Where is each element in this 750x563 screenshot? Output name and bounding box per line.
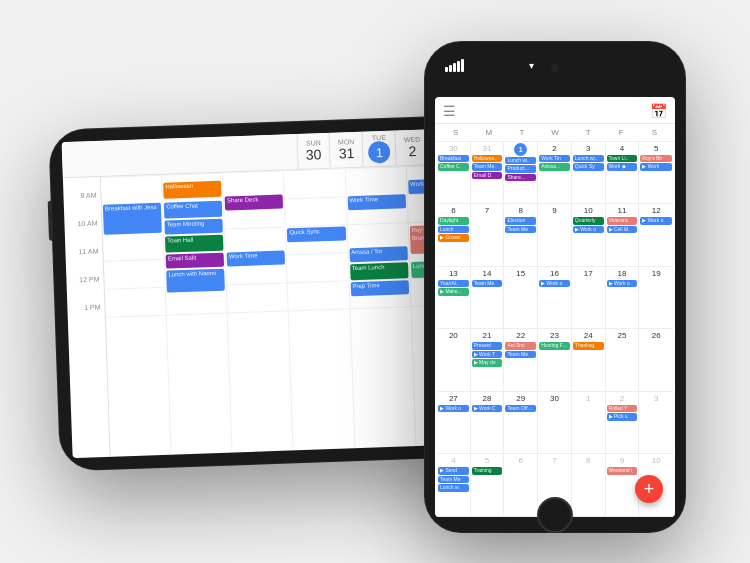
month-event[interactable]: Coffee C. [438, 163, 469, 171]
month-event[interactable]: Lunch [438, 226, 469, 234]
month-day-cell[interactable]: 7 [471, 204, 505, 266]
month-day-cell[interactable]: 14Team Me [471, 267, 505, 329]
month-day-cell[interactable]: 9 [538, 204, 572, 266]
month-event[interactable]: Training [472, 467, 503, 475]
month-event[interactable]: ▶ Work o [438, 405, 469, 413]
month-event[interactable]: ▶ Work C [472, 405, 503, 413]
month-event[interactable]: Veterans [607, 217, 638, 225]
month-event[interactable]: Hallowee.. [472, 155, 503, 163]
week-event[interactable]: Team Lunch [350, 262, 409, 280]
week-event[interactable]: Coffee Chat [164, 200, 223, 218]
month-event[interactable]: Lunch wi.. [573, 155, 604, 163]
week-event[interactable]: Anissa / Tor [349, 246, 408, 262]
month-day-cell[interactable]: 5Roy's Bir▶ Work [639, 142, 673, 204]
month-event[interactable]: Daylight [438, 217, 469, 225]
month-event[interactable]: ▶ Send [438, 467, 469, 475]
month-event[interactable]: ▶ Pick u [607, 413, 638, 421]
month-day-cell[interactable]: 19 [639, 267, 673, 329]
month-day-cell[interactable]: 10Quarterly▶ Work o [572, 204, 606, 266]
month-event[interactable]: ▶ Make... [438, 288, 469, 296]
week-event[interactable]: Quick Sync [287, 226, 346, 242]
month-event[interactable]: Anissa... [539, 163, 570, 171]
month-day-cell[interactable]: 16▶ Work o [538, 267, 572, 329]
month-event[interactable]: Hunting Family for Thanksgiving [539, 342, 570, 350]
month-event[interactable]: Team Me [438, 476, 469, 484]
month-event[interactable]: Lunch wi.. [505, 157, 536, 165]
month-event[interactable]: Election [505, 217, 536, 225]
month-event[interactable]: Team Me [505, 226, 536, 234]
week-event[interactable]: Email Salit [166, 252, 225, 268]
menu-icon[interactable]: ☰ [443, 103, 456, 119]
month-day-cell[interactable]: 1Lunch wi..Product...Share... [504, 142, 538, 204]
month-day-cell[interactable]: 20 [437, 329, 471, 391]
month-day-cell[interactable]: 28▶ Work C [471, 392, 505, 454]
week-event[interactable]: Halloween [163, 180, 222, 198]
month-day-cell[interactable]: 30 [538, 392, 572, 454]
month-day-cell[interactable]: 4▶ SendTeam MeLunch w. [437, 454, 471, 516]
month-day-cell[interactable]: 4Town Li..Work ◆ [606, 142, 640, 204]
month-day-cell[interactable]: 12▶ Work o [639, 204, 673, 266]
month-day-cell[interactable]: 13Year/Al..▶ Make... [437, 267, 471, 329]
month-day-cell[interactable]: 18▶ Work o [606, 267, 640, 329]
month-event[interactable]: Weekend i [607, 467, 638, 475]
month-event[interactable]: Email D. [472, 172, 503, 180]
month-day-cell[interactable]: 25 [606, 329, 640, 391]
month-event[interactable]: Rolled Y [607, 405, 638, 413]
month-event[interactable]: ▶ Work o [539, 280, 570, 288]
week-event[interactable]: Work Time [227, 250, 286, 266]
month-day-cell[interactable]: 26 [639, 329, 673, 391]
week-event[interactable]: Work Time [347, 194, 406, 210]
month-event[interactable]: Present [472, 342, 503, 350]
week-event[interactable]: Share Deck [225, 194, 284, 210]
month-event[interactable]: Team Me. [472, 163, 503, 171]
home-button[interactable] [537, 497, 573, 533]
month-day-cell[interactable]: 22Ani SmiTeam Me [504, 329, 538, 391]
month-event[interactable]: ▶ Work o [573, 226, 604, 234]
month-day-cell[interactable]: 8 [572, 454, 606, 516]
month-event[interactable]: ▶ Grover [438, 234, 469, 242]
month-day-cell[interactable]: 17 [572, 267, 606, 329]
month-day-cell[interactable]: 23Hunting Family for Thanksgiving [538, 329, 572, 391]
month-day-cell[interactable]: 27▶ Work o [437, 392, 471, 454]
month-day-cell[interactable]: 11Veterans▶ Cell M. [606, 204, 640, 266]
month-day-cell[interactable]: 1 [572, 392, 606, 454]
month-day-cell[interactable]: 24Thanksg. [572, 329, 606, 391]
month-event[interactable]: Work Tin [539, 155, 570, 163]
month-event[interactable]: Team Me [472, 280, 503, 288]
week-event[interactable]: Lunch with Naomi [166, 268, 225, 292]
month-day-cell[interactable]: 30BreakfastCoffee C. [437, 142, 471, 204]
month-event[interactable]: Breakfast [438, 155, 469, 163]
month-event[interactable]: Thanksg. [573, 342, 604, 350]
month-event[interactable]: ▶ Work o [607, 280, 638, 288]
week-event[interactable]: Prep Time [350, 280, 409, 296]
month-day-cell[interactable]: 6DaylightLunch▶ Grover [437, 204, 471, 266]
month-event[interactable]: Roy's Bir [640, 155, 672, 163]
month-day-cell[interactable]: 9Weekend i [606, 454, 640, 516]
month-day-cell[interactable]: 2Rolled Y▶ Pick u [606, 392, 640, 454]
week-event[interactable]: Breakfast with Jess [103, 202, 162, 234]
month-day-cell[interactable]: 8ElectionTeam Me [504, 204, 538, 266]
month-day-cell[interactable]: 3Lunch wi..Quick Sy [572, 142, 606, 204]
month-event[interactable]: Product... [505, 165, 536, 173]
month-day-cell[interactable]: 21Present▶ Work T▶ May do [471, 329, 505, 391]
month-event[interactable]: ▶ Work [640, 163, 672, 171]
month-event[interactable]: Lunch w. [438, 484, 469, 492]
month-event[interactable]: ▶ May do [472, 359, 503, 367]
week-event[interactable]: Town Hall [165, 234, 224, 252]
month-event[interactable]: Share... [505, 174, 536, 182]
month-event[interactable]: Team Offsite [505, 405, 536, 413]
month-day-cell[interactable]: 15 [504, 267, 538, 329]
week-event[interactable]: Team Meeting [165, 218, 224, 234]
month-day-cell[interactable]: 3 [639, 392, 673, 454]
month-event[interactable]: Team Me [505, 351, 536, 359]
month-event[interactable]: ▶ Work T [472, 351, 503, 359]
calendar-icon[interactable]: 📅 [650, 103, 667, 119]
month-event[interactable]: ▶ Work o [640, 217, 672, 225]
month-event[interactable]: Work ◆ [607, 163, 638, 171]
month-day-cell[interactable]: 6 [504, 454, 538, 516]
month-day-cell[interactable]: 5Training [471, 454, 505, 516]
month-day-cell[interactable]: 31Hallowee..Team Me.Email D. [471, 142, 505, 204]
month-day-cell[interactable]: 2Work TinAnissa... [538, 142, 572, 204]
month-event[interactable]: Quick Sy [573, 163, 604, 171]
month-event[interactable]: Town Li.. [607, 155, 638, 163]
